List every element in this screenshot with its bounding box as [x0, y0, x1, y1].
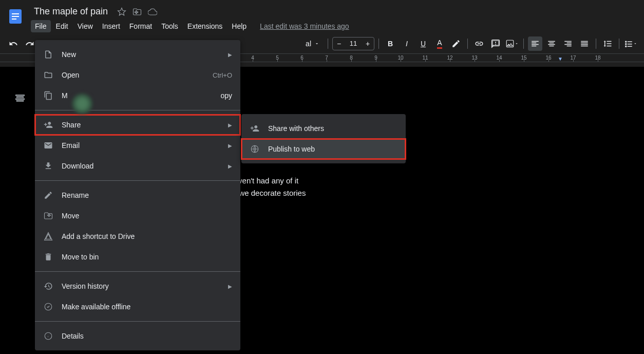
drive-shortcut-icon — [43, 231, 53, 241]
ruler-mark: 13 — [462, 54, 487, 62]
undo-button[interactable] — [6, 36, 21, 51]
menu-label: Open — [62, 71, 204, 79]
bold-button[interactable]: B — [383, 36, 397, 51]
menu-move-to-bin[interactable]: Move to bin — [35, 247, 240, 267]
ruler-mark: 6 — [290, 54, 314, 62]
menu-label: Details — [62, 332, 232, 340]
ruler-mark: 15 — [512, 54, 536, 62]
text-color-button[interactable]: A — [432, 36, 447, 51]
chevron-right-icon: ▶ — [228, 143, 232, 148]
align-justify-button[interactable] — [577, 36, 592, 51]
share-submenu: Share with others Publish to web — [241, 114, 406, 163]
move-to-folder-icon[interactable] — [132, 7, 142, 16]
chevron-right-icon: ▶ — [228, 52, 232, 58]
submenu-label: Publish to web — [268, 145, 397, 153]
menu-label-partial: opy — [220, 91, 232, 100]
menu-divider — [35, 180, 240, 181]
copy-icon — [43, 90, 53, 101]
docs-logo[interactable] — [6, 4, 25, 29]
menu-label: Rename — [62, 191, 232, 199]
checklist-button[interactable] — [623, 36, 638, 51]
menu-format[interactable]: Format — [125, 20, 156, 32]
menu-label: Move to bin — [62, 253, 232, 261]
last-edit-link[interactable]: Last edit was 3 minutes ago — [260, 22, 349, 30]
menu-share[interactable]: Share ▶ — [35, 115, 240, 135]
menu-rename[interactable]: Rename — [35, 185, 240, 206]
ruler-mark: 9 — [364, 54, 388, 62]
font-size-decrease[interactable]: − — [333, 40, 345, 48]
ruler-mark: 18 — [585, 54, 610, 62]
menu-move[interactable]: Move — [35, 206, 240, 226]
folder-move-icon — [43, 211, 53, 221]
font-size-increase[interactable]: + — [362, 40, 374, 48]
align-left-button[interactable] — [528, 36, 542, 51]
offline-icon — [43, 302, 53, 312]
menu-download[interactable]: Download ▶ — [35, 156, 240, 176]
svg-rect-3 — [12, 18, 16, 20]
folder-icon — [43, 70, 53, 80]
doc-title[interactable]: The maple of pain — [31, 5, 111, 18]
person-add-icon — [43, 120, 53, 130]
outline-toggle-icon[interactable] — [14, 92, 26, 105]
submenu-label: Share with others — [268, 124, 397, 133]
trash-icon — [43, 252, 53, 262]
menu-label: Download — [62, 162, 220, 170]
star-icon[interactable] — [117, 7, 126, 16]
menu-file[interactable]: File — [31, 20, 51, 32]
submenu-share-others[interactable]: Share with others — [241, 118, 406, 139]
ruler-mark: 12 — [438, 54, 462, 62]
comment-button[interactable] — [488, 36, 503, 51]
info-icon — [43, 331, 53, 341]
menu-divider — [35, 110, 240, 110]
menu-make-offline[interactable]: Make available offline — [35, 296, 240, 317]
ruler-mark: 14 — [487, 54, 512, 62]
menu-edit[interactable]: Edit — [52, 20, 72, 32]
italic-button[interactable]: I — [400, 36, 414, 51]
image-button[interactable] — [505, 36, 519, 51]
menu-open[interactable]: Open Ctrl+O — [35, 65, 240, 85]
menu-insert[interactable]: Insert — [98, 20, 124, 32]
font-size-control[interactable]: − 11 + — [332, 37, 374, 50]
avatar-overlay — [72, 94, 92, 114]
menu-extensions[interactable]: Extensions — [183, 20, 226, 32]
align-center-button[interactable] — [544, 36, 559, 51]
ruler-mark: 8 — [339, 54, 364, 62]
font-size-value[interactable]: 11 — [345, 40, 362, 47]
paragraph-style-select[interactable]: al — [301, 36, 324, 51]
menu-email[interactable]: Email ▶ — [35, 135, 240, 156]
menu-label: Add a shortcut to Drive — [62, 232, 232, 240]
menu-add-shortcut[interactable]: Add a shortcut to Drive — [35, 226, 240, 247]
email-icon — [43, 140, 53, 151]
menu-label: Move — [62, 212, 232, 220]
ruler-mark: 16 — [536, 54, 561, 62]
menu-help[interactable]: Help — [228, 20, 251, 32]
globe-icon — [250, 144, 260, 154]
submenu-publish-web[interactable]: Publish to web — [241, 139, 406, 159]
line-spacing-button[interactable] — [600, 36, 615, 51]
menu-label: Make available offline — [62, 303, 232, 311]
menu-view[interactable]: View — [73, 20, 97, 32]
edit-icon — [43, 190, 53, 200]
ruler-indicator[interactable]: ▼ — [558, 56, 563, 62]
highlight-button[interactable] — [449, 36, 463, 51]
menu-version-history[interactable]: Version history ▶ — [35, 276, 240, 296]
ruler-mark: 17 — [561, 54, 585, 62]
person-add-icon — [250, 123, 260, 134]
underline-button[interactable]: U — [416, 36, 430, 51]
chevron-right-icon: ▶ — [228, 284, 232, 289]
menu-new[interactable]: New ▶ — [35, 44, 240, 65]
menu-make-copy[interactable]: M opy — [35, 85, 240, 106]
ruler-mark: 4 — [240, 54, 265, 62]
menu-divider — [35, 271, 240, 272]
menu-details[interactable]: Details — [35, 326, 240, 346]
svg-rect-1 — [12, 13, 19, 14]
svg-rect-2 — [12, 16, 19, 17]
menu-tools[interactable]: Tools — [157, 20, 182, 32]
menu-shortcut: Ctrl+O — [213, 71, 232, 79]
ruler-mark: 7 — [314, 54, 339, 62]
chevron-right-icon: ▶ — [228, 163, 232, 169]
align-right-button[interactable] — [561, 36, 575, 51]
link-button[interactable] — [472, 36, 486, 51]
cloud-status-icon[interactable] — [148, 7, 157, 16]
ruler-mark: 10 — [388, 54, 413, 62]
